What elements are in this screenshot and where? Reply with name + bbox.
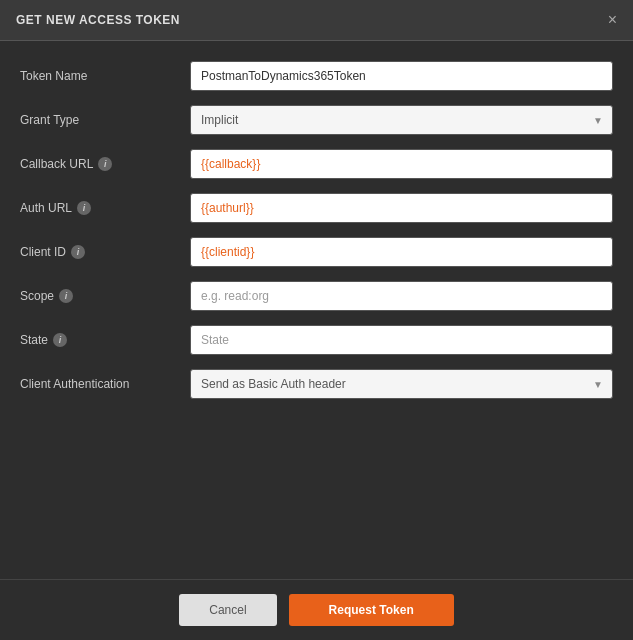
state-input[interactable]	[190, 325, 613, 355]
modal-body: Token Name Grant Type Implicit Authoriza…	[0, 41, 633, 579]
scope-info-icon: i	[59, 289, 73, 303]
auth-url-input[interactable]	[190, 193, 613, 223]
state-info-icon: i	[53, 333, 67, 347]
grant-type-label: Grant Type	[20, 113, 190, 127]
grant-type-select[interactable]: Implicit Authorization Code Client Crede…	[190, 105, 613, 135]
modal-title: GET NEW ACCESS TOKEN	[16, 13, 180, 27]
cancel-button[interactable]: Cancel	[179, 594, 276, 626]
client-id-label: Client ID i	[20, 245, 190, 259]
scope-row: Scope i	[20, 281, 613, 311]
scope-input[interactable]	[190, 281, 613, 311]
state-row: State i	[20, 325, 613, 355]
callback-url-row: Callback URL i	[20, 149, 613, 179]
callback-url-info-icon: i	[98, 157, 112, 171]
close-button[interactable]: ×	[608, 12, 617, 28]
scope-label: Scope i	[20, 289, 190, 303]
client-auth-select[interactable]: Send as Basic Auth header Send client cr…	[190, 369, 613, 399]
client-auth-row: Client Authentication Send as Basic Auth…	[20, 369, 613, 399]
auth-url-label: Auth URL i	[20, 201, 190, 215]
modal-footer: Cancel Request Token	[0, 579, 633, 640]
client-auth-select-wrapper: Send as Basic Auth header Send client cr…	[190, 369, 613, 399]
callback-url-input[interactable]	[190, 149, 613, 179]
token-name-input[interactable]	[190, 61, 613, 91]
auth-url-row: Auth URL i	[20, 193, 613, 223]
token-name-row: Token Name	[20, 61, 613, 91]
grant-type-select-wrapper: Implicit Authorization Code Client Crede…	[190, 105, 613, 135]
request-token-button[interactable]: Request Token	[289, 594, 454, 626]
auth-url-info-icon: i	[77, 201, 91, 215]
token-name-label: Token Name	[20, 69, 190, 83]
modal-header: GET NEW ACCESS TOKEN ×	[0, 0, 633, 41]
client-id-input[interactable]	[190, 237, 613, 267]
callback-url-label: Callback URL i	[20, 157, 190, 171]
client-id-info-icon: i	[71, 245, 85, 259]
client-id-row: Client ID i	[20, 237, 613, 267]
state-label: State i	[20, 333, 190, 347]
grant-type-row: Grant Type Implicit Authorization Code C…	[20, 105, 613, 135]
client-auth-label: Client Authentication	[20, 377, 190, 391]
modal-container: GET NEW ACCESS TOKEN × Token Name Grant …	[0, 0, 633, 640]
